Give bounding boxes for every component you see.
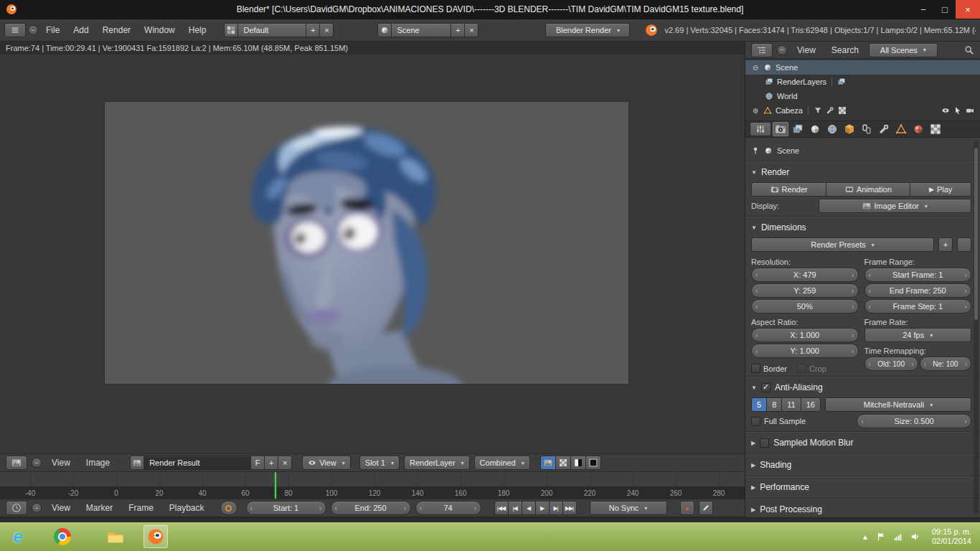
menu-add[interactable]: Add — [67, 23, 94, 37]
fake-user-button[interactable]: F — [250, 456, 265, 470]
menu-file[interactable]: File — [40, 23, 65, 37]
action-center-icon[interactable] — [876, 532, 886, 542]
dimensions-panel-header[interactable]: Dimensions — [751, 220, 971, 235]
play-button[interactable]: ▶Play — [910, 182, 971, 197]
editor-type-image-button[interactable] — [6, 456, 27, 470]
menu-help[interactable]: Help — [183, 23, 212, 37]
collapse-menus-button[interactable]: − — [32, 503, 42, 513]
outliner-row-renderlayers[interactable]: RenderLayers — [745, 75, 980, 89]
blender-taskbar-icon[interactable] — [143, 525, 168, 548]
frame-step-field[interactable]: Frame Step: 1 — [864, 299, 972, 314]
anti-aliasing-panel-header[interactable]: Anti-Aliasing — [751, 380, 971, 395]
aa-samples-11-button[interactable]: 11 — [781, 397, 801, 412]
view-mode-dropdown[interactable]: View — [302, 456, 351, 470]
jump-to-start-button[interactable]: |◀◀ — [494, 501, 509, 515]
menu-image[interactable]: Image — [80, 456, 116, 470]
add-scene-button[interactable]: + — [451, 23, 465, 37]
browse-layouts-button[interactable] — [224, 23, 238, 37]
browse-images-button[interactable] — [130, 456, 144, 470]
uv-image-editor[interactable]: Frame:74 | Time:00:29.41 | Ve:1900431 Fa… — [0, 42, 745, 453]
expand-icon[interactable]: ⊖ — [751, 64, 760, 72]
menu-search[interactable]: Search — [826, 43, 864, 57]
border-checkbox[interactable] — [751, 364, 760, 373]
tab-material[interactable] — [910, 122, 926, 136]
resolution-percentage-slider[interactable]: 50% — [751, 299, 859, 314]
aa-samples-16-button[interactable]: 16 — [801, 397, 821, 412]
frame-rate-dropdown[interactable]: 24 fps — [864, 328, 972, 342]
sampled-motion-blur-checkbox[interactable] — [760, 438, 769, 448]
volume-icon[interactable] — [910, 532, 920, 542]
unlink-image-button[interactable]: × — [278, 456, 292, 470]
aspect-y-field[interactable]: Y: 1.000 — [751, 344, 859, 358]
screen-layout-name[interactable]: Default — [237, 23, 306, 37]
render-layer-dropdown[interactable]: RenderLayer — [404, 456, 470, 470]
end-frame-field[interactable]: End Frame: 250 — [864, 283, 972, 298]
network-icon[interactable] — [893, 532, 903, 542]
play-button[interactable]: ▶ — [535, 501, 550, 515]
outliner-row-cabeza[interactable]: ⊕ Cabeza — [745, 103, 980, 118]
menu-frame[interactable]: Frame — [123, 501, 159, 515]
render-button[interactable]: Render — [751, 182, 826, 197]
aspect-x-field[interactable]: X: 1.000 — [751, 328, 859, 342]
minimize-button[interactable]: − — [913, 0, 934, 19]
tab-constraints[interactable] — [859, 122, 875, 136]
remap-old-field[interactable]: Old: 100 — [864, 357, 918, 371]
image-name-field[interactable]: Render Result — [143, 456, 251, 470]
taskbar-clock[interactable]: 09:15 p. m. 02/01/2014 — [932, 527, 971, 546]
timeline-editor[interactable]: -40-200204060801001201401601802002202402… — [0, 472, 745, 499]
collapse-menus-button[interactable]: − — [28, 25, 38, 35]
current-frame-marker[interactable] — [275, 472, 276, 499]
search-icon[interactable] — [964, 45, 974, 55]
restrict-view-icon[interactable] — [941, 106, 950, 115]
display-dropdown[interactable]: Image Editor — [819, 199, 971, 213]
outliner-row-scene[interactable]: ⊖ Scene — [745, 60, 980, 75]
aa-filter-dropdown[interactable]: Mitchell-Netravali — [825, 397, 971, 412]
tab-modifiers[interactable] — [876, 122, 892, 136]
start-frame-field[interactable]: Start: 1 — [246, 501, 326, 515]
crop-checkbox[interactable] — [797, 364, 806, 373]
resolution-x-field[interactable]: X: 479 — [751, 268, 859, 282]
scene-name[interactable]: Scene — [391, 23, 451, 37]
expand-icon[interactable]: ⊕ — [751, 107, 760, 115]
hidden-icons-arrow[interactable]: ▲ — [862, 533, 869, 541]
performance-panel-header[interactable]: Performance — [751, 479, 971, 495]
chrome-icon[interactable] — [50, 525, 75, 548]
resolution-y-field[interactable]: Y: 259 — [751, 283, 859, 298]
editor-type-info-button[interactable] — [4, 23, 26, 37]
full-sample-checkbox[interactable] — [751, 417, 760, 426]
render-presets-dropdown[interactable]: Render Presets — [751, 237, 934, 252]
delete-scene-button[interactable]: × — [464, 23, 479, 37]
collapse-menus-button[interactable]: − — [777, 45, 787, 55]
menu-view[interactable]: View — [46, 456, 76, 470]
collapse-menus-button[interactable]: − — [32, 458, 42, 468]
properties-scrollbar[interactable] — [974, 141, 979, 514]
pin-icon[interactable] — [751, 146, 760, 155]
restrict-select-icon[interactable] — [953, 106, 962, 115]
menu-view[interactable]: View — [791, 43, 821, 57]
editor-type-timeline-button[interactable] — [6, 501, 27, 515]
file-explorer-icon[interactable] — [103, 525, 128, 548]
tab-scene[interactable] — [807, 122, 823, 136]
channel-alpha-toggle[interactable] — [555, 456, 571, 470]
tab-object[interactable] — [842, 122, 857, 136]
properties-editor[interactable]: Scene Render Render Animation ▶Play Disp… — [745, 138, 980, 517]
end-frame-field[interactable]: End: 250 — [331, 501, 411, 515]
delete-layout-button[interactable]: × — [319, 23, 334, 37]
menu-window[interactable]: Window — [138, 23, 181, 37]
sampled-motion-blur-panel-header[interactable]: Sampled Motion Blur — [751, 435, 971, 451]
aa-samples-8-button[interactable]: 8 — [766, 397, 782, 412]
tab-object-data[interactable] — [893, 122, 909, 136]
post-processing-panel-header[interactable]: Post Processing — [751, 501, 971, 517]
render-engine-dropdown[interactable]: Blender Render — [545, 23, 630, 37]
render-panel-header[interactable]: Render — [751, 164, 971, 180]
tab-render[interactable] — [773, 122, 788, 136]
channel-bw-toggle[interactable] — [570, 456, 586, 470]
keying-set-button[interactable] — [699, 501, 713, 515]
prev-keyframe-button[interactable]: |◀ — [508, 501, 522, 515]
jump-to-end-button[interactable]: ▶▶| — [562, 501, 577, 515]
outliner-row-world[interactable]: World — [745, 89, 980, 103]
internet-explorer-icon[interactable]: e — [6, 525, 30, 548]
editor-type-properties-button[interactable] — [750, 122, 771, 136]
render-slot-dropdown[interactable]: Slot 1 — [359, 456, 400, 470]
maximize-button[interactable]: □ — [934, 0, 956, 19]
